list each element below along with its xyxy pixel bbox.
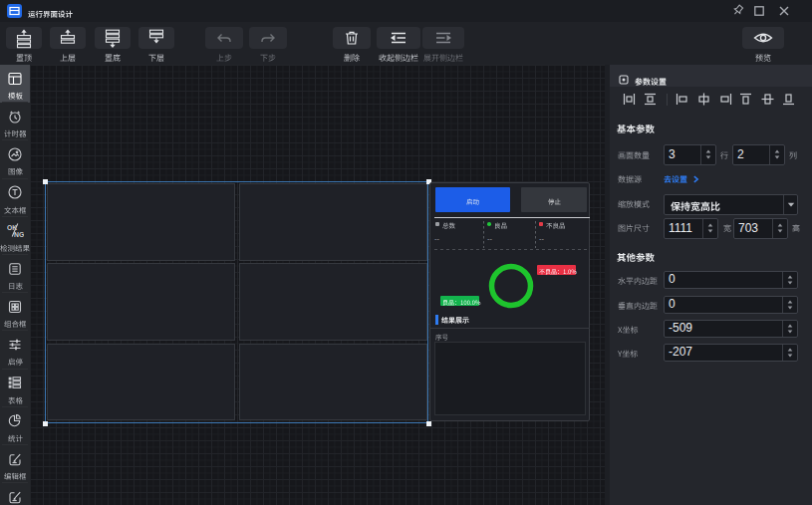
svg-text:NG: NG	[14, 231, 24, 238]
